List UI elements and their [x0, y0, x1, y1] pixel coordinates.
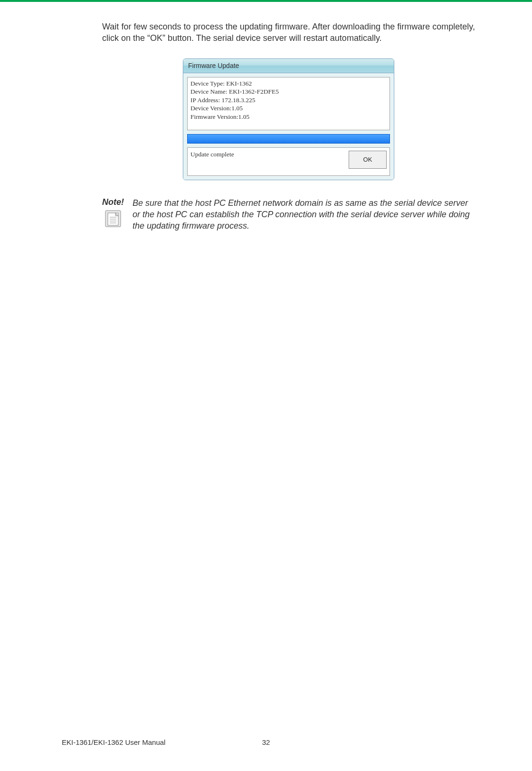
- footer-manual-title: EKI-1361/EKI-1362 User Manual: [62, 738, 165, 746]
- footer-page-number: 32: [262, 738, 270, 746]
- note-label-column: Note!: [102, 197, 124, 232]
- status-row: Update complete OK: [187, 147, 390, 176]
- note-block: Note! Be sure that the host PC Ethernet …: [102, 197, 475, 232]
- info-firmware-version: Firmware Version:1.05: [190, 113, 387, 121]
- progress-bar: [187, 134, 390, 144]
- firmware-update-dialog: Firmware Update Device Type: EKI-1362 De…: [183, 58, 394, 180]
- note-text: Be sure that the host PC Ethernet networ…: [133, 197, 475, 232]
- main-content: Wait for few seconds to process the upda…: [102, 21, 475, 231]
- info-device-type: Device Type: EKI-1362: [190, 79, 387, 88]
- info-device-name: Device Name: EKI-1362-F2DFE5: [190, 87, 387, 96]
- device-info-box: Device Type: EKI-1362 Device Name: EKI-1…: [187, 77, 390, 130]
- note-label: Note!: [102, 197, 124, 207]
- instruction-paragraph: Wait for few seconds to process the upda…: [102, 21, 475, 44]
- info-ip-address: IP Address: 172.18.3.225: [190, 96, 387, 105]
- status-text: Update complete: [190, 150, 234, 158]
- ok-button[interactable]: OK: [349, 151, 387, 169]
- note-icon: [105, 210, 121, 227]
- page-top-accent-bar: [0, 0, 532, 2]
- info-device-version: Device Version:1.05: [190, 104, 387, 113]
- dialog-title: Firmware Update: [188, 62, 239, 69]
- dialog-body: Device Type: EKI-1362 Device Name: EKI-1…: [183, 73, 394, 180]
- dialog-titlebar: Firmware Update: [183, 59, 394, 73]
- page-footer: EKI-1361/EKI-1362 User Manual 32: [62, 738, 470, 746]
